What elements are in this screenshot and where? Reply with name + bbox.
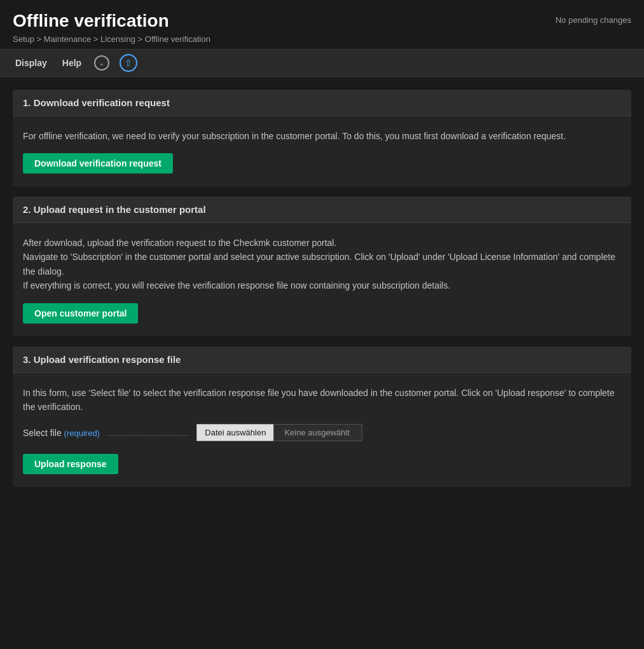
- section1-body: For offline verification, we need to ver…: [13, 116, 631, 186]
- file-input-wrapper: Datei auswählen Keine ausgewählt: [196, 424, 362, 441]
- open-customer-portal-button[interactable]: Open customer portal: [23, 303, 138, 324]
- toolbar: Display Help ⌄ ⇧: [0, 49, 644, 77]
- download-verification-button[interactable]: Download verification request: [23, 153, 173, 174]
- file-input-row: Select file (required) .................…: [23, 424, 621, 441]
- main-content: 1. Download verification request For off…: [0, 77, 644, 500]
- section3-heading: 3. Upload verification response file: [13, 346, 631, 373]
- section-upload-portal: 2. Upload request in the customer portal…: [13, 196, 631, 336]
- page-title: Offline verification: [13, 10, 210, 32]
- file-label: Select file (required): [23, 428, 100, 438]
- upload-response-button[interactable]: Upload response: [23, 454, 118, 474]
- upload-button[interactable]: ⇧: [117, 51, 140, 74]
- upload-icon: ⇧: [120, 54, 137, 72]
- display-menu-button[interactable]: Display: [10, 55, 52, 71]
- file-no-selected-label: Keine ausgewählt: [273, 424, 362, 441]
- status-badge: No pending changes: [556, 15, 631, 25]
- section1-text: For offline verification, we need to ver…: [23, 129, 621, 143]
- help-menu-button[interactable]: Help: [57, 55, 86, 71]
- file-required-label: (required): [64, 428, 100, 438]
- chevron-down-button[interactable]: ⌄: [92, 53, 112, 73]
- file-chooser-button[interactable]: Datei auswählen: [196, 424, 273, 441]
- section3-text: In this form, use 'Select file' to selec…: [23, 386, 621, 414]
- breadcrumb: Setup > Maintenance > Licensing > Offlin…: [13, 34, 210, 44]
- chevron-down-icon: ⌄: [94, 55, 109, 71]
- file-dots: .................................: [107, 428, 189, 438]
- section-download: 1. Download verification request For off…: [13, 90, 631, 186]
- section2-body: After download, upload the verification …: [13, 223, 631, 336]
- section1-heading: 1. Download verification request: [13, 90, 631, 116]
- section2-heading: 2. Upload request in the customer portal: [13, 196, 631, 223]
- section-upload-response: 3. Upload verification response file In …: [13, 346, 631, 488]
- page-header: Offline verification Setup > Maintenance…: [0, 0, 644, 49]
- section3-body: In this form, use 'Select file' to selec…: [13, 373, 631, 488]
- section2-text: After download, upload the verification …: [23, 236, 621, 293]
